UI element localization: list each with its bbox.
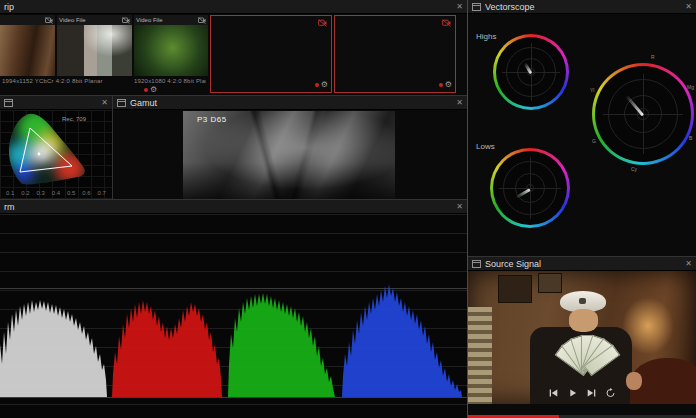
axis-tick: 0.6 (82, 190, 90, 196)
close-icon[interactable]: ✕ (685, 3, 692, 11)
clip-thumbnail[interactable] (0, 15, 55, 76)
window-icon (4, 99, 13, 107)
clip-preview-image (57, 25, 132, 76)
vectorscope-panel-header: Vectorscope ✕ (468, 0, 696, 14)
empty-clip-slot[interactable]: ⚙ (334, 15, 456, 93)
transport-controls (549, 388, 616, 398)
source-panel-title: Source Signal (485, 259, 541, 269)
video-scene-shelf (468, 307, 492, 404)
play-button[interactable] (568, 388, 578, 398)
cie-panel-header: ✕ (0, 96, 112, 110)
close-icon[interactable]: ✕ (456, 99, 463, 107)
gear-icon[interactable]: ⚙ (321, 81, 328, 89)
axis-tick: 0.3 (37, 190, 45, 196)
close-icon[interactable]: ✕ (101, 99, 108, 107)
axis-tick: 0.5 (67, 190, 75, 196)
video-scene-money-fan (567, 329, 607, 371)
gamut-false-color-view: P3 D65 (183, 111, 395, 199)
window-icon (117, 99, 126, 107)
source-video-viewer (468, 271, 696, 404)
camera-off-icon (122, 17, 130, 24)
highs-label: Highs (476, 32, 496, 41)
video-scene-picture-frame (498, 275, 532, 303)
camera-off-icon (442, 19, 451, 27)
clip-strip-title: rip (4, 2, 14, 12)
status-dot (315, 83, 319, 87)
camera-off-icon (318, 19, 327, 27)
gamut-target-label: Rec. 709 (62, 116, 86, 122)
source-signal-panel: Source Signal ✕ (468, 257, 696, 418)
clip-thumbnail[interactable]: Video File (57, 15, 132, 76)
gamut-panel: Gamut ✕ P3 D65 (113, 96, 467, 200)
luma-waveform (0, 300, 107, 397)
clip-thumbnail[interactable]: Video File (134, 15, 208, 76)
blue-waveform (342, 284, 462, 397)
target-mg: Mg (687, 85, 694, 90)
target-b: B (689, 136, 692, 141)
gear-icon[interactable]: ⚙ (150, 86, 157, 94)
close-icon[interactable]: ✕ (685, 260, 692, 268)
clip-label: Video File (59, 17, 86, 23)
clip-strip-panel: rip ✕ Video File (0, 0, 467, 96)
clip-metadata: 1920x1080 4:2:0 8bit Planar (134, 78, 206, 84)
clip-settings[interactable]: ⚙ (315, 81, 328, 89)
target-g: G (592, 139, 596, 144)
close-icon[interactable]: ✕ (456, 3, 463, 11)
clip-settings[interactable]: ⚙ (439, 81, 452, 89)
vectorscope-lows (490, 148, 570, 228)
left-column: rip ✕ Video File (0, 0, 468, 418)
video-scene-second-face (626, 372, 642, 390)
axis-tick: 0.2 (21, 190, 29, 196)
vectorscope-panel-title: Vectorscope (485, 2, 535, 12)
window-icon (472, 260, 481, 268)
skip-forward-button[interactable] (587, 388, 597, 398)
target-yl: Yl (590, 88, 594, 93)
clip-thumbnail-header: Video File (57, 15, 132, 25)
clip-thumbnail-header (0, 15, 55, 25)
target-r: R (651, 55, 655, 60)
scope-crosshair (530, 157, 531, 219)
gamut-panel-header: Gamut ✕ (113, 96, 467, 110)
waveform-panel-header: rm ✕ (0, 200, 467, 214)
cie-x-axis: 0.1 0.2 0.3 0.4 0.5 0.6 0.7 (6, 190, 106, 196)
scope-graticule (493, 151, 567, 225)
lows-label: Lows (476, 142, 495, 151)
axis-tick: 0.4 (52, 190, 60, 196)
gamut-panel-title: Gamut (130, 98, 157, 108)
gamut-space-label: P3 D65 (197, 115, 227, 124)
clip-strip-header: rip ✕ (0, 0, 467, 14)
scope-graticule (595, 66, 691, 162)
red-waveform (112, 300, 222, 397)
cie-diagram: Rec. 709 0.1 0.2 0.3 0.4 0.5 0.6 0.7 (0, 110, 112, 199)
waveform-panel: rm ✕ (0, 200, 467, 418)
video-scene-cap-logo (579, 298, 586, 304)
vectorscope-highs (493, 34, 569, 110)
green-waveform (228, 293, 335, 397)
waveform-display (0, 214, 467, 418)
clip-metadata: 1994x1152 YCbCr 4:2:0 8bit Planar (2, 78, 103, 84)
clip-preview-image (0, 25, 55, 76)
cie-chromaticity-panel: ✕ (0, 96, 113, 200)
axis-tick: 0.1 (6, 190, 14, 196)
axis-tick: 0.7 (98, 190, 106, 196)
empty-clip-slot[interactable]: ⚙ (210, 15, 332, 93)
status-dot (144, 88, 148, 92)
skip-back-button[interactable] (549, 388, 559, 398)
vectorscope-mids (592, 63, 694, 165)
scope-graticule (496, 37, 566, 107)
source-panel-header: Source Signal ✕ (468, 257, 696, 271)
status-dot (439, 83, 443, 87)
window-icon (472, 3, 481, 11)
close-icon[interactable]: ✕ (456, 203, 463, 211)
camera-off-icon (45, 17, 53, 24)
clip-preview-image (134, 25, 208, 76)
loop-button[interactable] (606, 388, 616, 398)
clip-settings[interactable]: ⚙ (144, 86, 157, 94)
clip-thumbnail-header: Video File (134, 15, 208, 25)
target-cy: Cy (631, 167, 637, 172)
video-scene-picture-frame (538, 273, 562, 293)
camera-off-icon (198, 17, 206, 24)
gear-icon[interactable]: ⚙ (445, 81, 452, 89)
vectorscope-panel: Vectorscope ✕ Highs R Mg B Cy G Yl Lows (468, 0, 696, 257)
clip-label: Video File (136, 17, 163, 23)
